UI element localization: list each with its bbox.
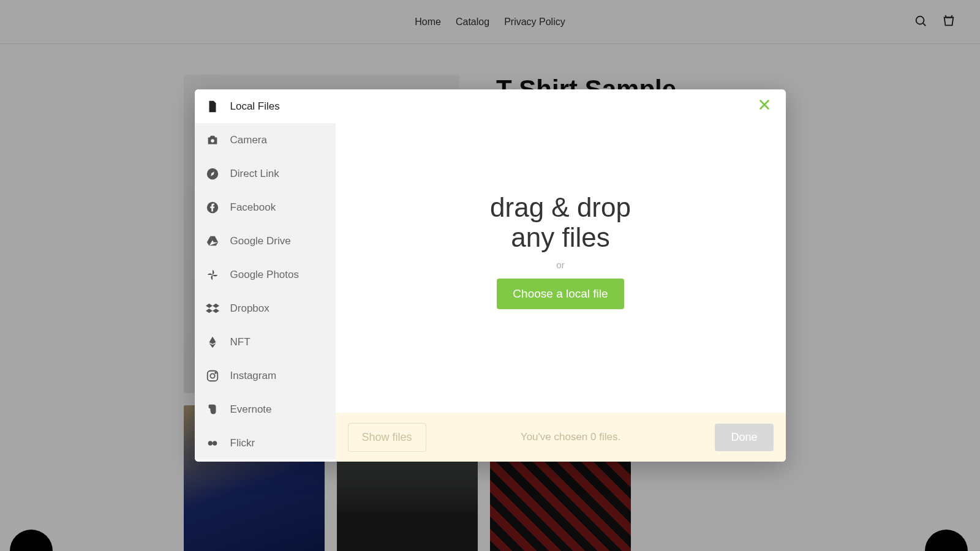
facebook-icon [206,201,219,214]
sidebar-item-label: Local Files [230,100,280,113]
sidebar-item-label: Google Drive [230,235,291,247]
sidebar-item-instagram[interactable]: Instagram [195,359,336,392]
google-drive-icon [206,234,219,248]
file-upload-modal: Local Files Camera Direct Link Facebook [195,89,786,462]
svg-marker-9 [206,303,213,307]
done-button[interactable]: Done [715,424,773,451]
sidebar-item-direct-link[interactable]: Direct Link [195,157,336,190]
sidebar-item-label: NFT [230,336,251,348]
or-label: or [556,260,564,270]
source-sidebar: Local Files Camera Direct Link Facebook [195,89,336,462]
drop-area[interactable]: drag & drop any files or Choose a local … [336,89,786,413]
sidebar-item-label: Direct Link [230,168,279,180]
svg-point-19 [213,441,217,445]
upload-main: drag & drop any files or Choose a local … [336,89,786,462]
sidebar-item-nft[interactable]: NFT [195,325,336,359]
compass-icon [206,167,219,181]
sidebar-item-google-photos[interactable]: Google Photos [195,258,336,291]
ethereum-icon [206,335,219,349]
sidebar-item-flickr[interactable]: Flickr [195,426,336,460]
sidebar-item-label: Google Photos [230,269,299,281]
sidebar-item-camera[interactable]: Camera [195,123,336,157]
sidebar-item-label: Evernote [230,403,272,416]
file-count-status: You've chosen 0 files. [439,431,703,443]
modal-footer: Show files You've chosen 0 files. Done [336,413,786,462]
sidebar-item-label: Dropbox [230,302,270,315]
sidebar-item-label: Facebook [230,201,276,214]
sidebar-item-facebook[interactable]: Facebook [195,190,336,224]
svg-point-16 [210,373,214,378]
sidebar-item-local-files[interactable]: Local Files [195,89,336,123]
svg-marker-13 [209,336,216,343]
sidebar-item-evernote[interactable]: Evernote [195,392,336,426]
camera-icon [206,133,219,147]
sidebar-item-google-drive[interactable]: Google Drive [195,224,336,258]
drop-title: drag & drop any files [490,193,631,252]
sidebar-item-label: Instagram [230,370,277,382]
svg-marker-11 [206,309,213,313]
drop-title-line2: any files [511,222,609,252]
svg-marker-12 [213,309,219,313]
sidebar-item-label: Flickr [230,437,255,449]
show-files-button[interactable]: Show files [348,423,426,452]
svg-point-18 [208,441,212,445]
evernote-icon [206,403,219,416]
svg-point-2 [211,139,214,143]
file-icon [206,100,219,113]
svg-marker-10 [213,303,219,307]
choose-file-button[interactable]: Choose a local file [497,279,624,309]
close-button[interactable] [758,98,776,116]
google-photos-icon [206,268,219,282]
modal-overlay[interactable]: Local Files Camera Direct Link Facebook [0,0,980,551]
dropbox-icon [206,302,219,315]
sidebar-item-label: Camera [230,134,267,146]
svg-point-17 [215,372,216,373]
instagram-icon [206,369,219,383]
drop-title-line1: drag & drop [490,192,631,222]
flickr-icon [206,437,219,450]
sidebar-item-dropbox[interactable]: Dropbox [195,291,336,325]
